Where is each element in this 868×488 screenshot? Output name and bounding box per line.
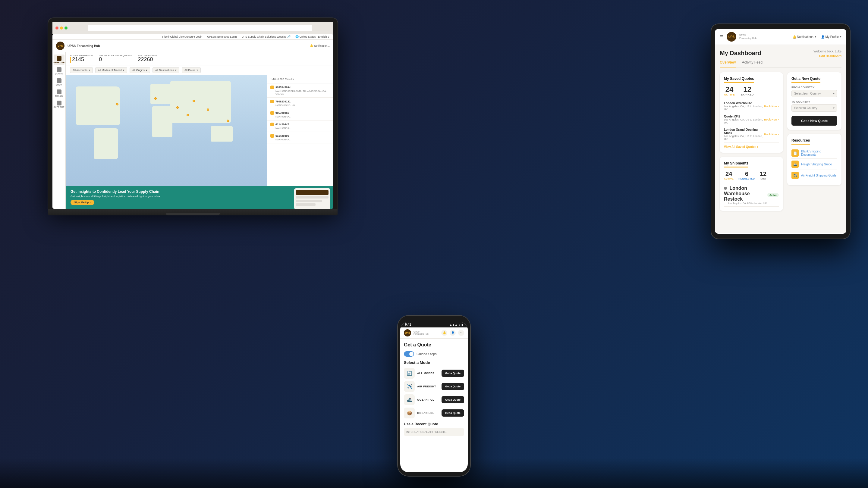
sidebar-label-support: SUPPORT (54, 106, 64, 108)
view-all-quotes-link[interactable]: View All Saved Quotes › (724, 145, 779, 149)
accounts-filter[interactable]: All Accounts▾ (70, 67, 93, 73)
saved-quote-item-3[interactable]: London Grand Opening Stock Los Angeles, … (724, 126, 779, 143)
modes-filter[interactable]: All Modes of Transit▾ (95, 67, 127, 73)
toggle-switch[interactable] (404, 351, 414, 357)
tab-overview[interactable]: Overview (720, 60, 736, 67)
sidebar-label-book: BOOK (56, 84, 62, 86)
ocean-fcl-icon: 🚢 (404, 394, 415, 405)
main-content: ACTIVE SHIPMENTS* 2145 ONLINE BOOKING RE… (66, 52, 333, 209)
quotes-stats: 24 ACTIVE 12 EXPIRED (724, 86, 779, 96)
address-bar[interactable] (88, 25, 312, 31)
upsers-login-link[interactable]: UPSers Employee Login (207, 35, 237, 38)
past-shipments-value: 22260 (138, 57, 159, 63)
book-now-btn-2[interactable]: Book Now › (764, 118, 779, 121)
stat-active-shipments: ACTIVE SHIPMENTS* 2145 (70, 55, 93, 63)
utility-bar: Flex® Global View Account Login UPSers E… (53, 34, 333, 40)
tablet-content: My Dashboard Welcome back, Luke Edit Das… (715, 45, 846, 233)
guided-steps-toggle[interactable]: Guided Steps (404, 351, 464, 357)
resource-item-2[interactable]: 🚢 Freight Shipping Guide (792, 159, 837, 170)
sidebar-label-quote: QUOTE (55, 73, 63, 75)
phone-time: 9:41 (405, 323, 411, 326)
saved-quote-item-2[interactable]: Quote #342 Los Angeles, CA, US to London… (724, 113, 779, 126)
phone-profile-btn[interactable]: 👤 (450, 330, 456, 336)
mode-ocean-lcl[interactable]: 📦 OCEAN LCL Get a Quote (404, 408, 464, 418)
origins-filter[interactable]: All Origins▾ (130, 67, 150, 73)
get-quote-lcl-btn[interactable]: Get a Quote (441, 410, 464, 417)
shipment-item-4[interactable]: 611420447 NAKHONRA... (267, 121, 333, 132)
welcome-text: Welcome back, Luke (813, 50, 841, 53)
destinations-filter[interactable]: All Destinations▾ (153, 67, 179, 73)
hamburger-icon[interactable]: ☰ (720, 34, 724, 39)
sidebar-item-quote[interactable]: QUOTE (54, 66, 64, 76)
shipment-entry-1[interactable]: London Warehouse Restock Los Angeles, CA… (724, 184, 779, 207)
flex-login-link[interactable]: Flex® Global View Account Login (162, 35, 202, 38)
online-booking-label: ONLINE BOOKING REQUESTS (99, 55, 132, 57)
sidebar-item-support[interactable]: SUPPORT (54, 99, 64, 110)
mode-ocean-fcl[interactable]: 🚢 OCEAN FCL Get a Quote (404, 394, 464, 405)
phone-notification-btn[interactable]: 🔔 (441, 330, 447, 336)
shipment-item-5[interactable]: 611420306 NAKHONRA... (267, 132, 333, 143)
edit-dashboard-link[interactable]: Edit Dashboard (819, 55, 841, 58)
shipment-item-1[interactable]: 9057645894 NAKHONRATCHASIMA, TH to MISSI… (267, 84, 333, 98)
notification-btn[interactable]: 🔔 Notification... (310, 44, 330, 47)
get-new-quote-button[interactable]: Get a New Quote (792, 116, 837, 126)
filters-bar: All Accounts▾ All Modes of Transit▾ All … (66, 65, 333, 75)
saved-quotes-title: My Saved Quotes (724, 76, 754, 83)
dates-filter[interactable]: All Dates▾ (182, 67, 201, 73)
my-shipments-widget: My Shipments 24 ACTIVE 6 REQUESTED (720, 157, 783, 211)
content-area: 1-10 of 396 Results 9057645894 NAKHONRAT… (66, 75, 333, 186)
sign-me-up-button[interactable]: Sign Me Up › (70, 200, 94, 205)
to-country-dropdown[interactable]: Select to Country ▾ (792, 104, 837, 112)
supply-chain-link[interactable]: UPS Supply Chain Solutions Website 🔗 (242, 35, 290, 38)
tablet-notifications-btn[interactable]: 🔔 Notifications ▾ (793, 35, 816, 38)
tablet-brand: UPS® Forwarding Hub (739, 34, 756, 39)
close-button[interactable] (56, 27, 59, 30)
document-icon: 📄 (792, 150, 799, 157)
mode-all-modes[interactable]: 🔄 ALL MODES Get a Quote (404, 368, 464, 379)
phone-menu-btn[interactable]: ⋯ (458, 330, 464, 336)
phone: 9:41 ▲▲▲ ⌀ ▮ UPS UPS® Forwarding Hub 🔔 👤… (398, 316, 470, 476)
book-now-btn-1[interactable]: Book Now › (764, 105, 779, 108)
resource-item-3[interactable]: ✈️ Air Freight Shipping Guide (792, 170, 837, 181)
shipment-route-4: NAKHONRA... (276, 127, 330, 130)
locale-selector[interactable]: 🌐 United States · English ∨ (296, 35, 330, 38)
mode-section-title: Select a Mode (404, 360, 464, 365)
tablet-header: ☰ UPS UPS® Forwarding Hub 🔔 Notification… (715, 29, 846, 45)
from-country-dropdown[interactable]: Select from Country ▾ (792, 90, 837, 97)
get-quote-air-btn[interactable]: Get a Quote (441, 383, 464, 390)
ups-logo: UPS (56, 41, 64, 50)
shipment-id-3: 905780066 (270, 111, 330, 115)
shipment-id-2: 7808239131 (270, 100, 330, 103)
air-freight-mode-icon: ✈️ (404, 381, 415, 392)
shipment-item-3[interactable]: 905780066 NAKHONRA... (267, 109, 333, 121)
saved-quote-item-1[interactable]: London Warehouse Los Angeles, CA, US to … (724, 100, 779, 113)
mode-air-freight[interactable]: ✈️ AIR FREIGHT Get a Quote (404, 381, 464, 392)
tab-activity-feed[interactable]: Activity Feed (742, 60, 763, 67)
ocean-lcl-icon: 📦 (404, 408, 415, 418)
minimize-button[interactable] (60, 27, 63, 30)
map-area (66, 75, 267, 186)
tablet-profile-btn[interactable]: 👤 My Profile ▾ (821, 35, 841, 38)
resource-item-1[interactable]: 📄 Blank Shipping Documents (792, 148, 837, 159)
shipment-route-5: NAKHONRA... (276, 138, 330, 141)
guided-steps-label: Guided Steps (416, 352, 437, 356)
book-now-btn-3[interactable]: Book Now › (764, 133, 779, 136)
results-count: 1-10 of 396 Results (267, 75, 333, 84)
my-shipments-title: My Shipments (724, 161, 748, 167)
quote-icon (57, 67, 61, 72)
sidebar-item-dashboard[interactable]: DASHBOARD (54, 55, 64, 65)
sidebar-label-dashboard: DASHBOARD (53, 61, 66, 64)
brand-name: UPS® Forwarding Hub (67, 44, 100, 47)
maximize-button[interactable] (64, 27, 67, 30)
sidebar: DASHBOARD QUOTE BOOK TRACK (53, 52, 66, 209)
sidebar-item-track[interactable]: TRACK (54, 88, 64, 98)
promo-text: Get Insights to Confidently Lead Your Su… (70, 190, 161, 205)
sidebar-item-book[interactable]: BOOK (54, 77, 64, 87)
promo-image (294, 188, 330, 209)
battery-icon: ▮ (461, 323, 463, 326)
shipment-item-2[interactable]: 7808239131 HONG KONG, HK... (267, 98, 333, 109)
active-shipments-value: 2145 (70, 57, 93, 63)
get-quote-fcl-btn[interactable]: Get a Quote (441, 396, 464, 403)
get-quote-all-modes-btn[interactable]: Get a Quote (441, 369, 464, 377)
to-country-label: To Country (792, 100, 837, 103)
